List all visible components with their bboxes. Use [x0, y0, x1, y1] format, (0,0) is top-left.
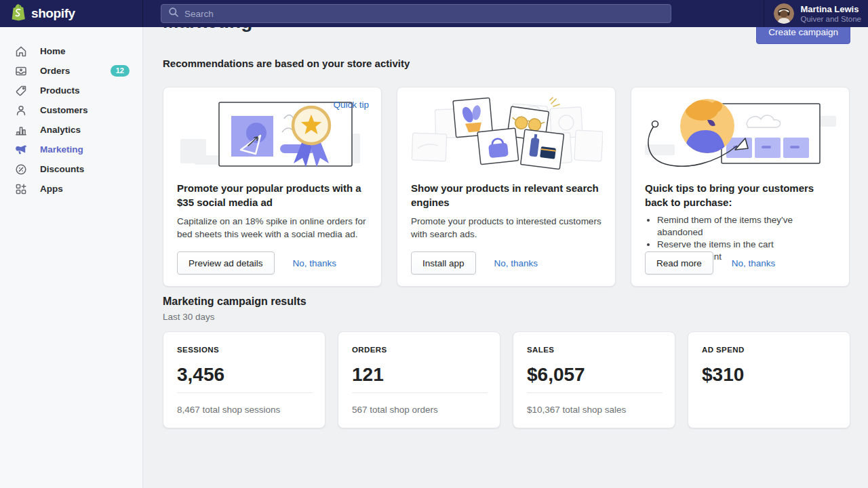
- sidebar-item-label: Discounts: [40, 164, 84, 174]
- discounts-icon: [14, 163, 28, 176]
- search-bar[interactable]: [161, 4, 671, 23]
- card-body: Capitalize on an 18% spike in online ord…: [177, 215, 368, 241]
- stat-card-sales: SALES $6,057 $10,367 total shop sales: [513, 331, 675, 428]
- orders-count-badge: 12: [111, 65, 130, 77]
- sidebar-item-label: Marketing: [40, 144, 83, 155]
- sidebar-item-customers[interactable]: Customers: [0, 100, 142, 120]
- shopify-bag-icon: [10, 3, 26, 24]
- search-input[interactable]: [184, 9, 664, 19]
- stat-value: 3,456: [177, 364, 311, 386]
- stat-value: 121: [352, 364, 486, 386]
- preview-ad-details-button[interactable]: Preview ad details: [177, 251, 275, 274]
- card-actions: Install app No, thanks: [411, 251, 538, 274]
- stat-total: 567 total shop orders: [352, 405, 438, 415]
- sidebar-item-home[interactable]: Home: [0, 41, 142, 61]
- no-thanks-link[interactable]: No, thanks: [293, 258, 337, 268]
- customers-icon: [14, 104, 28, 117]
- analytics-icon: [14, 123, 28, 137]
- main-content: Recommendations are based on your store …: [143, 27, 868, 488]
- stat-label: AD SPEND: [702, 346, 836, 354]
- card-body: Promote your products to interested cust…: [411, 215, 601, 241]
- recommendation-card-social-ad: Quick tip: [163, 87, 382, 287]
- sidebar-item-label: Analytics: [40, 125, 81, 135]
- campaign-stats: SESSIONS 3,456 8,467 total shop sessions…: [163, 331, 868, 428]
- card-actions: Preview ad details No, thanks: [177, 251, 336, 274]
- stat-label: ORDERS: [352, 346, 486, 354]
- quick-tip-link[interactable]: Quick tip: [333, 100, 369, 110]
- read-more-button[interactable]: Read more: [645, 251, 713, 274]
- no-thanks-link[interactable]: No, thanks: [732, 258, 776, 268]
- recommendation-card-abandoned-cart: Quick tips to bring your customers back …: [631, 87, 850, 287]
- sidebar-item-analytics[interactable]: Analytics: [0, 120, 142, 140]
- sidebar-item-orders[interactable]: Orders 12: [0, 61, 142, 81]
- user-menu[interactable]: Martina Lewis Quiver and Stone: [764, 0, 861, 27]
- stat-card-ad-spend: AD SPEND $310: [688, 331, 850, 428]
- stat-value: $310: [702, 364, 836, 386]
- no-thanks-link[interactable]: No, thanks: [494, 258, 538, 268]
- topbar: shopify Martina Lewis Quiver and Stone: [0, 0, 868, 27]
- user-name: Martina Lewis: [800, 4, 861, 14]
- recommendations-heading: Recommendations are based on your store …: [163, 58, 868, 69]
- customers-back-illustration: [645, 97, 837, 173]
- sidebar-item-label: Apps: [40, 184, 63, 194]
- stat-card-orders: ORDERS 121 567 total shop orders: [338, 331, 500, 428]
- orders-icon: [14, 64, 28, 78]
- card-title: Show your products in relevant search en…: [411, 181, 601, 209]
- bullet-item: Remind them of the items they've abandon…: [657, 214, 835, 239]
- stat-total: 8,467 total shop sessions: [177, 405, 280, 415]
- card-title: Promote your popular products with a $35…: [177, 181, 368, 209]
- sidebar-item-apps[interactable]: Apps: [0, 179, 142, 199]
- avatar: [774, 3, 794, 24]
- sidebar-item-label: Products: [40, 85, 80, 96]
- sidebar-item-label: Home: [40, 46, 66, 56]
- card-title: Quick tips to bring your customers back …: [645, 181, 835, 209]
- home-icon: [14, 45, 28, 58]
- apps-icon: [14, 182, 28, 196]
- card-actions: Read more No, thanks: [645, 251, 775, 274]
- stat-value: $6,057: [527, 364, 661, 386]
- stat-divider: [527, 392, 663, 393]
- stat-divider: [352, 392, 488, 393]
- recommendation-cards: Quick tip: [163, 87, 850, 287]
- stat-label: SESSIONS: [177, 346, 311, 354]
- sidebar-item-marketing[interactable]: Marketing: [0, 140, 142, 159]
- marketing-icon: [14, 143, 28, 157]
- search-ads-illustration: [411, 97, 603, 173]
- sidebar-item-discounts[interactable]: Discounts: [0, 159, 142, 179]
- stat-label: SALES: [527, 346, 661, 354]
- search-icon: [168, 7, 179, 20]
- shopify-admin: Marketing Create campaign shopify: [0, 0, 868, 488]
- products-icon: [14, 84, 28, 98]
- sidebar: Home Orders 12 Products Customers Anal: [0, 27, 143, 488]
- campaign-results-timeframe: Last 30 days: [163, 312, 868, 322]
- recommendation-card-search-engines: Show your products in relevant search en…: [397, 87, 616, 287]
- brand-wordmark: shopify: [31, 6, 75, 21]
- shopify-logo[interactable]: shopify: [0, 0, 143, 27]
- sidebar-item-label: Orders: [40, 66, 70, 76]
- store-name: Quiver and Stone: [800, 14, 861, 24]
- sidebar-item-products[interactable]: Products: [0, 81, 142, 100]
- bullet-item: Reserve the items in the cart: [657, 239, 835, 251]
- stat-divider: [177, 392, 313, 393]
- campaign-results-heading: Marketing campaign results: [163, 296, 868, 307]
- install-app-button[interactable]: Install app: [411, 251, 476, 274]
- sidebar-item-label: Customers: [40, 105, 88, 115]
- stat-card-sessions: SESSIONS 3,456 8,467 total shop sessions: [163, 331, 326, 428]
- stat-total: $10,367 total shop sales: [527, 405, 626, 415]
